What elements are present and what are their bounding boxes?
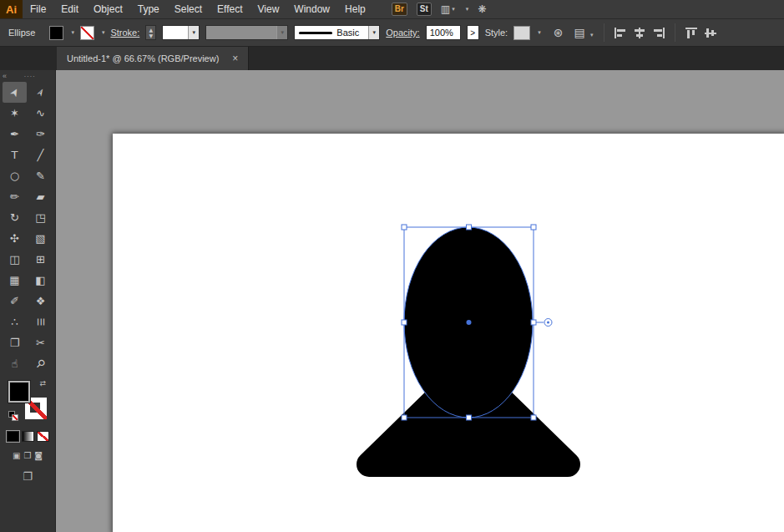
style-caret-icon[interactable]: ▾: [538, 29, 541, 36]
selection-handle-top-right[interactable]: [531, 225, 536, 230]
menu-effect[interactable]: Effect: [210, 0, 250, 18]
default-fill-stroke-icon[interactable]: [8, 411, 20, 421]
chevron-down-icon[interactable]: ▾: [368, 26, 379, 39]
menu-window[interactable]: Window: [286, 0, 337, 18]
selection-center-point[interactable]: [467, 320, 472, 325]
paintbrush-tool[interactable]: ✎: [28, 165, 53, 186]
stroke-weight-dropdown[interactable]: ▾: [162, 25, 200, 40]
type-tool[interactable]: T: [3, 144, 27, 165]
gpu-performance-icon[interactable]: ❋: [478, 3, 486, 15]
draw-normal-button[interactable]: ▣: [13, 451, 20, 460]
opacity-input[interactable]: 100%: [426, 25, 461, 40]
menu-object[interactable]: Object: [86, 0, 130, 18]
menu-select[interactable]: Select: [167, 0, 210, 18]
stock-button[interactable]: St: [417, 3, 432, 16]
opacity-more-button[interactable]: >: [467, 25, 479, 40]
pen-tool[interactable]: ✒: [3, 124, 27, 144]
slice-tool[interactable]: ✂: [28, 332, 53, 353]
swap-fill-stroke-icon[interactable]: ⇄: [39, 379, 46, 388]
stroke-color-swatch[interactable]: [80, 26, 94, 40]
close-tab-icon[interactable]: ×: [232, 53, 238, 63]
arrange-documents-button[interactable]: ▥ ▾: [441, 3, 455, 15]
line-segment-tool[interactable]: ╱: [28, 144, 53, 165]
menu-edit[interactable]: Edit: [53, 0, 86, 18]
lasso-tool[interactable]: ∿: [28, 103, 53, 124]
selection-handle-bottom-right[interactable]: [531, 415, 536, 420]
workspace-switcher-button[interactable]: ▾: [464, 6, 469, 13]
bridge-button[interactable]: Br: [392, 3, 407, 16]
stroke-color-caret-icon[interactable]: ▾: [102, 29, 105, 36]
width-tool[interactable]: ✣: [3, 228, 27, 249]
canvas[interactable]: [56, 70, 784, 532]
style-label[interactable]: Style:: [485, 28, 508, 38]
color-button[interactable]: [7, 431, 19, 442]
draw-behind-button[interactable]: ❐: [23, 451, 31, 460]
draw-mode-row: ▣ ❐ ◙: [13, 451, 43, 460]
selection-handle-bottom-left[interactable]: [402, 415, 407, 420]
gradient-button[interactable]: [22, 431, 34, 442]
free-transform-tool[interactable]: ▧: [28, 228, 53, 249]
draw-inside-button[interactable]: ◙: [34, 451, 43, 460]
fill-indicator-swatch[interactable]: [8, 381, 30, 403]
separator: [604, 23, 604, 42]
artboard-tool[interactable]: ❐: [3, 332, 27, 353]
align-vertical-center-button[interactable]: [705, 28, 716, 38]
fill-stroke-widget: ⇄: [8, 381, 47, 419]
perspective-grid-tool[interactable]: ⊞: [28, 249, 53, 270]
scale-tool[interactable]: ◳: [28, 207, 53, 228]
stepper-down-icon[interactable]: ▼: [149, 33, 153, 38]
gradient-tool[interactable]: ◧: [28, 270, 53, 291]
brush-definition-dropdown[interactable]: Basic ▾: [294, 25, 380, 40]
eyedropper-tool[interactable]: ✐: [3, 291, 27, 312]
magic-wand-tool[interactable]: ✶: [3, 103, 27, 124]
stroke-weight-stepper[interactable]: ▲ ▼: [145, 25, 156, 40]
rotate-tool[interactable]: ↻: [3, 207, 27, 228]
zoom-tool[interactable]: ⚲: [28, 353, 53, 374]
blend-tool[interactable]: ❖: [28, 291, 53, 312]
align-horizontal-left-button[interactable]: [615, 28, 626, 38]
graphic-style-swatch[interactable]: [513, 26, 530, 40]
symbol-sprayer-tool[interactable]: ∴: [3, 312, 27, 332]
none-button[interactable]: [37, 431, 49, 442]
chevron-down-icon[interactable]: ▾: [188, 26, 199, 39]
fill-color-caret-icon[interactable]: ▾: [71, 29, 74, 36]
menu-view[interactable]: View: [250, 0, 287, 18]
mesh-tool[interactable]: ▦: [3, 270, 27, 291]
selection-handle-middle-right[interactable]: [531, 320, 536, 325]
direct-selection-tool[interactable]: ➢: [28, 82, 53, 103]
menu-type[interactable]: Type: [130, 0, 167, 18]
chevron-down-icon: ▾: [590, 32, 594, 38]
shaper-tool[interactable]: ✏: [3, 186, 27, 207]
screen-mode-button[interactable]: ❐: [23, 470, 33, 483]
shape-builder-tool[interactable]: ◫: [3, 249, 27, 270]
selection-handle-middle-left[interactable]: [402, 320, 407, 325]
menu-file[interactable]: File: [23, 0, 53, 18]
menu-help[interactable]: Help: [337, 0, 373, 18]
column-graph-tool[interactable]: ☰: [28, 312, 53, 332]
align-vertical-top-icon: [685, 28, 697, 38]
hand-tool[interactable]: ☝: [3, 353, 27, 374]
stroke-panel-link[interactable]: Stroke:: [110, 28, 139, 38]
chevron-down-icon: ▾: [276, 26, 287, 39]
align-horizontal-center-button[interactable]: [634, 28, 645, 38]
selection-tool[interactable]: ➤: [3, 82, 27, 103]
stepper-up-icon[interactable]: ▲: [149, 27, 153, 33]
blend-tool-icon: ❖: [36, 295, 46, 307]
panel-grip-icon[interactable]: ∙∙∙∙: [7, 72, 53, 80]
recolor-artwork-icon[interactable]: ⊛: [554, 26, 564, 39]
align-vertical-top-button[interactable]: [685, 28, 697, 38]
selection-handle-bottom-center[interactable]: [467, 415, 472, 420]
fill-color-swatch[interactable]: [49, 26, 63, 40]
curvature-tool[interactable]: ✑: [28, 124, 53, 144]
selection-handle-top-left[interactable]: [402, 225, 407, 230]
pen-tool-icon: ✒: [10, 128, 19, 140]
brush-name: Basic: [336, 28, 359, 38]
opacity-panel-link[interactable]: Opacity:: [386, 28, 419, 38]
selection-handle-top-center[interactable]: [467, 225, 472, 230]
stroke-weight-value: [163, 26, 188, 39]
ellipse-tool[interactable]: ○: [3, 165, 27, 186]
document-tab[interactable]: Untitled-1* @ 66.67% (RGB/Preview) ×: [57, 47, 249, 70]
align-horizontal-right-button[interactable]: [653, 28, 665, 38]
eraser-tool[interactable]: ▰: [28, 186, 53, 207]
document-setup-button[interactable]: ▤ ▾: [574, 26, 593, 39]
